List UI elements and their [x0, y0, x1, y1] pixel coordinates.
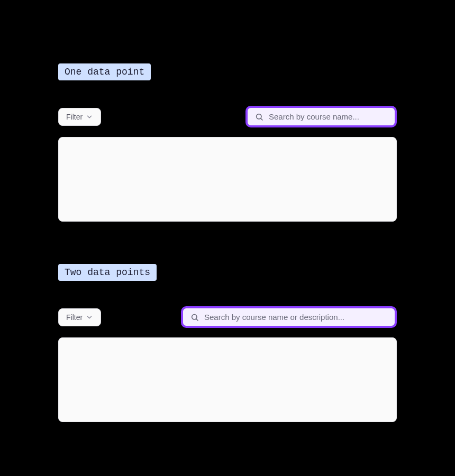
- filter-button[interactable]: Filter: [58, 308, 101, 326]
- section-label: Two data points: [58, 264, 157, 281]
- content-area: [58, 137, 397, 222]
- filter-button-label: Filter: [66, 313, 83, 322]
- search-field[interactable]: [181, 306, 397, 328]
- search-icon: [190, 313, 199, 322]
- toolbar: Filter: [58, 106, 397, 127]
- search-field[interactable]: [245, 106, 397, 127]
- content-area: [58, 337, 397, 422]
- filter-button[interactable]: Filter: [58, 108, 101, 126]
- svg-line-3: [196, 318, 198, 320]
- filter-button-label: Filter: [66, 113, 83, 121]
- example-section-two: Two data points Filter: [58, 264, 397, 422]
- svg-line-1: [261, 118, 262, 120]
- toolbar: Filter: [58, 306, 397, 328]
- section-label: One data point: [58, 63, 151, 80]
- example-section-one: One data point Filter: [58, 63, 397, 222]
- chevron-down-icon: [86, 113, 93, 121]
- search-input[interactable]: [269, 112, 387, 121]
- search-input[interactable]: [204, 313, 387, 322]
- chevron-down-icon: [86, 314, 93, 321]
- search-icon: [255, 113, 263, 121]
